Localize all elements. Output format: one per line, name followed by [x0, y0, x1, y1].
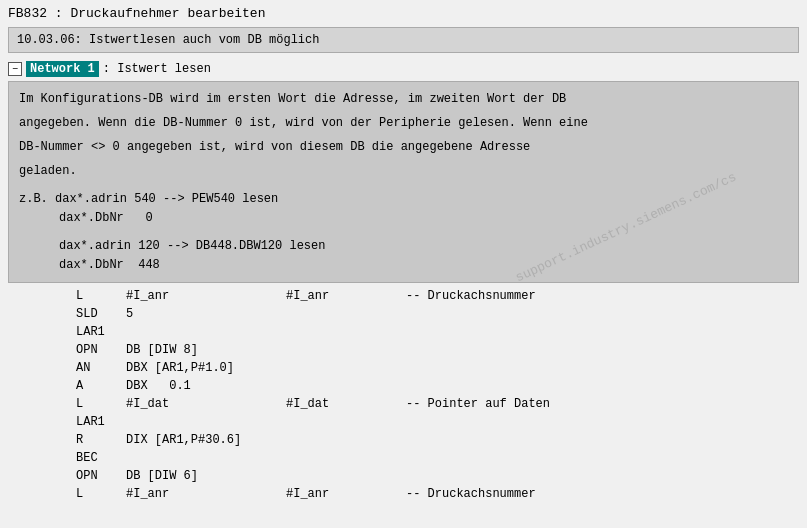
- collapse-button[interactable]: −: [8, 62, 22, 76]
- code-line-4: OPN DB [DIW 8]: [8, 341, 799, 359]
- code-line-2: SLD 5: [8, 305, 799, 323]
- desc-line-0: Im Konfigurations-DB wird im ersten Wort…: [19, 90, 788, 108]
- code-line-7: L #I_dat #I_dat -- Pointer auf Daten: [8, 395, 799, 413]
- code-line-5: AN DBX [AR1,P#1.0]: [8, 359, 799, 377]
- code-line-12: L #I_anr #I_anr -- Druckachsnummer: [8, 485, 799, 503]
- comment-box: 10.03.06: Istwertlesen auch vom DB mögli…: [8, 27, 799, 53]
- code-area: L #I_anr #I_anr -- Druckachsnummer SLD 5…: [8, 283, 799, 507]
- network-label: Network 1: [26, 61, 99, 77]
- desc-line-1: angegeben. Wenn die DB-Nummer 0 ist, wir…: [19, 114, 788, 132]
- page-title: FB832 : Druckaufnehmer bearbeiten: [8, 6, 799, 21]
- code-line-1: L #I_anr #I_anr -- Druckachsnummer: [8, 287, 799, 305]
- desc-line-3: geladen.: [19, 162, 788, 180]
- desc-example-2: dax*.DbNr 0: [59, 209, 788, 227]
- code-line-10: BEC: [8, 449, 799, 467]
- desc-line-2: DB-Nummer <> 0 angegeben ist, wird von d…: [19, 138, 788, 156]
- code-line-9: R DIX [AR1,P#30.6]: [8, 431, 799, 449]
- code-line-8: LAR1: [8, 413, 799, 431]
- code-line-3: LAR1: [8, 323, 799, 341]
- code-line-11: OPN DB [DIW 6]: [8, 467, 799, 485]
- code-line-6: A DBX 0.1: [8, 377, 799, 395]
- desc-example-3: dax*.adrin 120 --> DB448.DBW120 lesen: [59, 237, 788, 256]
- desc-example-4: dax*.DbNr 448: [59, 256, 788, 274]
- network-header: − Network 1 : Istwert lesen: [8, 61, 799, 77]
- desc-example-1: z.B. dax*.adrin 540 --> PEW540 lesen: [19, 190, 788, 209]
- network-title: : Istwert lesen: [103, 62, 211, 76]
- network-description: Im Konfigurations-DB wird im ersten Wort…: [8, 81, 799, 283]
